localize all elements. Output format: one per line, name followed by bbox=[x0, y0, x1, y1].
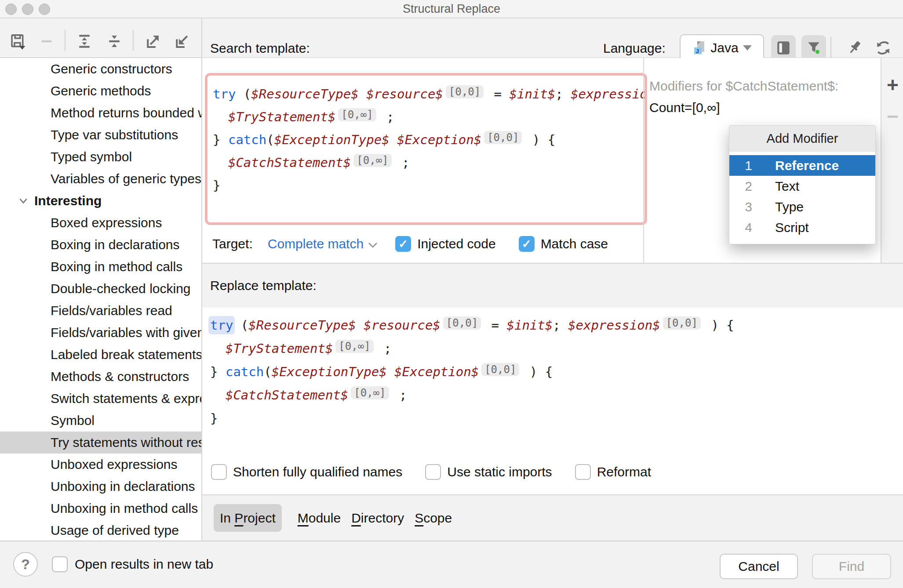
code-text: ; bbox=[392, 388, 407, 403]
target-option-checkbox[interactable]: ✓ bbox=[395, 236, 411, 252]
collapse-all-icon[interactable] bbox=[106, 33, 123, 50]
replace-option-label[interactable]: Use static imports bbox=[447, 465, 552, 479]
code-text bbox=[213, 155, 228, 170]
cancel-button[interactable]: Cancel bbox=[720, 554, 798, 579]
export-template-icon[interactable] bbox=[144, 33, 162, 50]
scope-tab-rest: irectory bbox=[361, 511, 404, 525]
sidebar-item-label: Interesting bbox=[34, 193, 102, 208]
sidebar-template-item[interactable]: Generic constructors bbox=[0, 58, 201, 80]
sidebar-template-item[interactable]: Boxed expressions bbox=[0, 212, 201, 234]
code-line: $TryStatement$[0,∞] ; bbox=[210, 337, 734, 360]
scope-tab[interactable]: Scope bbox=[415, 511, 452, 526]
sidebar-item-label: Boxed expressions bbox=[51, 215, 162, 230]
scope-tab-mnemonic: M bbox=[298, 511, 309, 525]
sidebar-template-item[interactable]: Boxing in declarations bbox=[0, 234, 201, 256]
variable-token: $Exception$ bbox=[394, 364, 479, 379]
scope-tab-selected[interactable]: In Project bbox=[214, 504, 282, 532]
titlebar: Structural Replace bbox=[0, 0, 903, 18]
target-option-label[interactable]: Injected code bbox=[417, 236, 495, 251]
add-modifier-option[interactable]: 2Text bbox=[729, 176, 875, 196]
reset-icon[interactable] bbox=[874, 39, 892, 57]
sidebar-item-label: Type var substitutions bbox=[51, 127, 178, 142]
modifier-buttons-column: + − bbox=[881, 58, 903, 263]
count-badge: [0,0] bbox=[663, 316, 701, 330]
sidebar-group-item[interactable]: Interesting bbox=[0, 190, 201, 212]
variable-token: $expression$ bbox=[571, 87, 647, 102]
sidebar-template-item[interactable]: Usage of derived type bbox=[0, 519, 201, 541]
import-template-icon[interactable] bbox=[173, 33, 191, 50]
target-value-dropdown[interactable]: Complete match bbox=[268, 236, 364, 251]
sidebar-template-item[interactable]: Switch statements & expressions bbox=[0, 388, 201, 410]
sidebar-template-item[interactable]: Unboxing in method calls bbox=[0, 497, 201, 519]
sidebar-template-item[interactable]: Fields/variables with given name bbox=[0, 322, 201, 344]
open-results-checkbox[interactable] bbox=[52, 556, 68, 574]
code-text: ( bbox=[266, 132, 274, 147]
sidebar-template-item[interactable]: Methods & constructors bbox=[0, 366, 201, 388]
templates-toolbar bbox=[0, 18, 201, 58]
code-text: ) { bbox=[522, 364, 553, 379]
scope-tab-rest: odule bbox=[309, 511, 341, 525]
sidebar-item-label: Typed symbol bbox=[51, 149, 132, 164]
pin-icon[interactable] bbox=[845, 39, 863, 57]
edit-variables-button[interactable] bbox=[771, 35, 796, 61]
target-option-checkbox[interactable]: ✓ bbox=[519, 236, 535, 252]
scope-tab[interactable]: Module bbox=[298, 511, 341, 526]
code-text: } bbox=[210, 411, 218, 426]
option-label: Text bbox=[775, 179, 799, 194]
open-results-label[interactable]: Open results in new tab bbox=[75, 541, 213, 588]
keyword-token: catch bbox=[228, 132, 266, 147]
sidebar-item-label: Method returns bounded wildcard bbox=[51, 105, 201, 120]
expand-all-icon[interactable] bbox=[76, 33, 93, 50]
remove-template-icon[interactable] bbox=[38, 33, 55, 50]
count-badge: [0,∞] bbox=[351, 386, 389, 399]
modifier-count-value[interactable]: Count=[0,∞] bbox=[649, 99, 720, 116]
sidebar-template-item[interactable]: Typed symbol bbox=[0, 146, 201, 168]
templates-panel: Generic constructorsGeneric methodsMetho… bbox=[0, 18, 202, 541]
add-modifier-button[interactable]: + bbox=[881, 73, 903, 97]
count-badge: [0,0] bbox=[484, 131, 522, 144]
replace-option-checkbox[interactable] bbox=[211, 464, 227, 480]
chevron-down-icon bbox=[18, 195, 29, 207]
sidebar-template-item[interactable]: Double-checked locking bbox=[0, 278, 201, 300]
sidebar-template-item[interactable]: Fields/variables read bbox=[0, 300, 201, 322]
code-text: ) { bbox=[524, 132, 555, 147]
sidebar-template-item[interactable]: Labeled break statements bbox=[0, 344, 201, 366]
sidebar-template-item[interactable]: Try statements without resources bbox=[0, 432, 201, 454]
sidebar-template-item[interactable]: Boxing in method calls bbox=[0, 256, 201, 278]
check-icon: ✓ bbox=[522, 238, 532, 250]
target-option-label[interactable]: Match case bbox=[541, 236, 608, 251]
modifiers-title: Modifiers for $CatchStatement$: bbox=[649, 77, 838, 95]
language-select[interactable]: J Java bbox=[680, 34, 764, 62]
count-badge: [0,∞] bbox=[353, 154, 391, 167]
code-text bbox=[210, 388, 226, 403]
keyword-token: catch bbox=[226, 364, 264, 379]
replace-option-checkbox[interactable] bbox=[425, 464, 441, 480]
replace-option-label[interactable]: Reformat bbox=[597, 465, 651, 479]
option-number: 3 bbox=[729, 200, 752, 214]
replace-option-checkbox[interactable] bbox=[575, 464, 591, 480]
add-modifier-option[interactable]: 1Reference bbox=[729, 155, 875, 176]
sidebar-template-item[interactable]: Method returns bounded wildcard bbox=[0, 102, 201, 124]
code-line: } bbox=[213, 174, 644, 197]
sidebar-template-item[interactable]: Type var substitutions bbox=[0, 124, 201, 146]
template-list: Generic constructorsGeneric methodsMetho… bbox=[0, 58, 201, 541]
sidebar-template-item[interactable]: Symbol bbox=[0, 410, 201, 432]
save-template-icon[interactable] bbox=[9, 33, 26, 50]
sidebar-template-item[interactable]: Unboxed expressions bbox=[0, 454, 201, 475]
replace-template-editor[interactable]: try ($ResourceType$ $resource$[0,0] = $i… bbox=[210, 314, 734, 430]
add-modifier-option[interactable]: 3Type bbox=[729, 196, 875, 217]
scope-tab-rest: roject bbox=[243, 511, 275, 525]
help-button[interactable]: ? bbox=[13, 552, 38, 577]
code-text bbox=[210, 341, 226, 356]
code-text: ; bbox=[394, 155, 410, 170]
sidebar-template-item[interactable]: Generic methods bbox=[0, 80, 201, 102]
scope-tab[interactable]: Directory bbox=[351, 511, 404, 526]
code-text: ) { bbox=[703, 318, 734, 333]
filter-button[interactable] bbox=[801, 35, 826, 61]
search-template-editor[interactable]: try ($ResourceType$ $resource$[0,0] = $i… bbox=[205, 73, 647, 225]
sidebar-template-item[interactable]: Variables of generic types bbox=[0, 168, 201, 190]
language-label: Language: bbox=[603, 40, 666, 57]
add-modifier-option[interactable]: 4Script bbox=[729, 217, 875, 238]
sidebar-template-item[interactable]: Unboxing in declarations bbox=[0, 475, 201, 497]
replace-option-label[interactable]: Shorten fully qualified names bbox=[233, 465, 402, 479]
